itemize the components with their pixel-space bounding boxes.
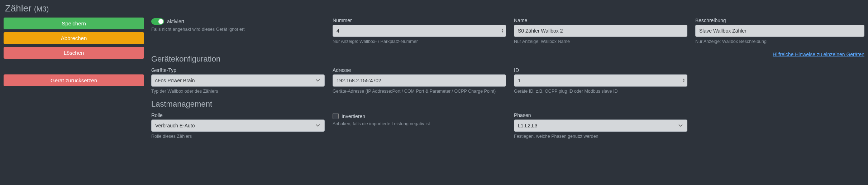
activated-toggle[interactable] bbox=[151, 18, 164, 25]
phases-help: Festlegen, welche Phasen genutzt werden bbox=[514, 133, 687, 140]
number-stepper[interactable]: ▲▼ bbox=[501, 29, 504, 33]
activated-label: aktiviert bbox=[167, 19, 184, 24]
sidebar: Speichern Abbrechen Löschen Gerät zurück… bbox=[4, 18, 144, 144]
name-input[interactable] bbox=[514, 25, 687, 37]
id-stepper[interactable]: ▲▼ bbox=[682, 78, 685, 83]
section-load-management: Lastmanagement bbox=[151, 99, 864, 109]
address-label: Adresse bbox=[333, 67, 506, 73]
phases-select[interactable]: L1,L2,L3 bbox=[514, 120, 687, 132]
role-label: Rolle bbox=[151, 112, 325, 118]
save-button[interactable]: Speichern bbox=[4, 18, 144, 29]
address-input[interactable] bbox=[333, 74, 506, 87]
number-help: Nur Anzeige: Wallbox- / Parkplatz-Nummer bbox=[333, 39, 506, 45]
device-type-select[interactable]: cFos Power Brain bbox=[151, 74, 325, 87]
name-help: Nur Anzeige: Wallbox Name bbox=[514, 39, 687, 45]
invert-checkbox[interactable] bbox=[333, 113, 339, 119]
description-input[interactable] bbox=[695, 25, 864, 37]
number-input[interactable] bbox=[333, 25, 506, 37]
phases-label: Phasen bbox=[514, 112, 687, 118]
page-title: Zähler (M3) bbox=[4, 3, 864, 14]
cancel-button[interactable]: Abbrechen bbox=[4, 32, 144, 44]
description-label: Beschreibung bbox=[695, 18, 864, 23]
name-label: Name bbox=[514, 18, 687, 23]
main-form: aktiviert Falls nicht angehakt wird dies… bbox=[151, 18, 864, 144]
description-help: Nur Anzeige: Wallbox Beschreibung bbox=[695, 39, 864, 45]
section-device-config: Gerätekonfiguration bbox=[151, 54, 689, 64]
id-input[interactable] bbox=[514, 74, 687, 87]
role-select[interactable]: Verbrauch E-Auto bbox=[151, 120, 325, 132]
activated-help: Falls nicht angehakt wird dieses Gerät i… bbox=[151, 26, 325, 33]
invert-label: Invertieren bbox=[342, 113, 365, 119]
id-help: Geräte ID, z.B. OCPP plug ID oder Modbus… bbox=[514, 88, 687, 95]
invert-help: Anhaken, falls die importierte Leistung … bbox=[333, 121, 506, 127]
device-type-label: Geräte-Typ bbox=[151, 67, 325, 73]
device-type-help: Typ der Wallbox oder des Zählers bbox=[151, 88, 325, 95]
delete-button[interactable]: Löschen bbox=[4, 47, 144, 59]
reset-device-button[interactable]: Gerät zurücksetzen bbox=[4, 74, 144, 86]
device-hints-link[interactable]: Hilfreiche Hinweise zu einzelnen Geräten bbox=[773, 52, 864, 57]
address-help: Geräte-Adresse (IP Addresse:Port / COM P… bbox=[333, 88, 506, 95]
role-help: Rolle dieses Zählers bbox=[151, 133, 325, 140]
id-label: ID bbox=[514, 67, 687, 73]
number-label: Nummer bbox=[333, 18, 506, 23]
